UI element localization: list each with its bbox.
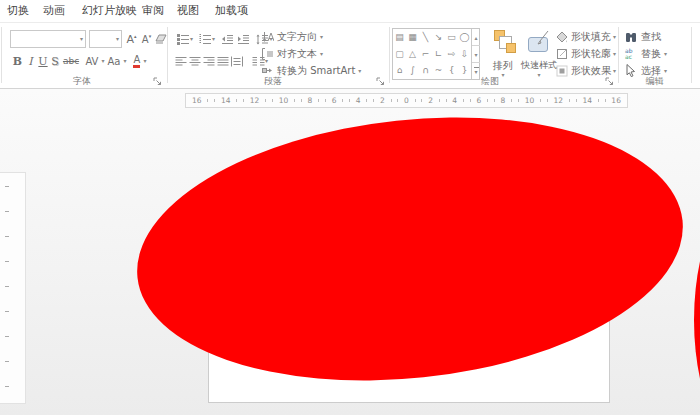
- change-case-button[interactable]: Aa ▾: [106, 52, 128, 70]
- numbering-button[interactable]: ▾: [196, 30, 218, 48]
- ruler-number: 12: [250, 94, 260, 107]
- tab-transitions[interactable]: 切换: [7, 0, 29, 22]
- chevron-down-icon: ▾: [116, 36, 119, 42]
- drawing-dialog-launcher-icon[interactable]: [605, 77, 614, 86]
- ruler-tick: [342, 99, 343, 102]
- underline-button[interactable]: U: [37, 52, 49, 70]
- replace-button[interactable]: ab ac 替换 ▾: [625, 46, 677, 61]
- chevron-down-icon: ▾: [664, 68, 667, 74]
- ruler-tick: [547, 99, 548, 102]
- align-left-button[interactable]: [174, 52, 188, 70]
- tab-view[interactable]: 视图: [177, 0, 199, 22]
- align-right-icon: [203, 56, 215, 67]
- font-name-combo[interactable]: ▾: [10, 30, 86, 48]
- align-justify-button[interactable]: [216, 52, 230, 70]
- gallery-shape[interactable]: ⇨: [445, 46, 458, 62]
- ruler-tick: [214, 99, 215, 102]
- strikethrough-button[interactable]: abc: [61, 52, 81, 70]
- ruler-number: 6: [476, 94, 481, 107]
- align-right-button[interactable]: [202, 52, 216, 70]
- tab-slideshow[interactable]: 幻灯片放映: [82, 0, 137, 22]
- gallery-shape[interactable]: ⌐: [419, 46, 432, 62]
- ruler-tick: [494, 99, 495, 102]
- gallery-shape[interactable]: ⇩: [458, 46, 471, 62]
- chevron-down-icon: ▾: [613, 34, 616, 40]
- chevron-down-icon: ▾: [613, 68, 616, 74]
- workspace: 1614121086420246810121416: [0, 89, 700, 415]
- ruler-number: 12: [554, 94, 564, 107]
- ruler-number: 4: [356, 94, 361, 107]
- indent-increase-icon: [237, 34, 250, 45]
- shape-fill-button[interactable]: 形状填充 ▾: [556, 29, 618, 44]
- shape-outline-button[interactable]: 形状轮廓 ▾: [556, 46, 618, 61]
- tab-addins[interactable]: 加载项: [215, 0, 248, 22]
- align-justify-icon: [217, 56, 229, 67]
- indent-decrease-icon: [221, 34, 234, 45]
- gallery-shape[interactable]: ▢: [393, 46, 406, 62]
- find-button[interactable]: 查找: [625, 29, 669, 44]
- paragraph-dialog-launcher-icon[interactable]: [376, 77, 385, 86]
- tab-review[interactable]: 审阅: [142, 0, 164, 22]
- drawing-group-label: 绘图: [392, 75, 588, 87]
- eraser-icon: [155, 33, 167, 45]
- gallery-shape[interactable]: △: [406, 46, 419, 62]
- gallery-scroll-up-button[interactable]: ▴: [472, 29, 480, 45]
- ruler-tick: [5, 211, 9, 212]
- ribbon-tab-bar: 切换 动画 幻灯片放映 审阅 视图 加载项: [0, 0, 700, 22]
- ruler-number: 10: [279, 94, 289, 107]
- bullets-button[interactable]: ▾: [174, 30, 196, 48]
- ruler-tick: [265, 99, 266, 102]
- font-size-combo[interactable]: ▾: [89, 30, 122, 48]
- shrink-font-button[interactable]: A▾: [139, 30, 154, 48]
- chevron-down-icon: ▾: [320, 51, 323, 57]
- binoculars-icon: [625, 31, 637, 43]
- quick-styles-icon: [526, 30, 552, 54]
- shape-red-ellipse-partial[interactable]: [694, 160, 700, 415]
- clear-formatting-button[interactable]: [154, 31, 168, 47]
- paragraph-group-label: 段落: [168, 75, 378, 87]
- decrease-indent-button[interactable]: [220, 30, 235, 48]
- chevron-down-icon: ▾: [102, 58, 105, 64]
- ruler-tick: [318, 99, 319, 102]
- gallery-shape[interactable]: ▭: [445, 29, 458, 45]
- ruler-tick: [397, 99, 398, 102]
- text-direction-button[interactable]: 文字方向 ▾: [262, 29, 380, 44]
- ruler-number: 16: [611, 94, 621, 107]
- grow-font-button[interactable]: A▴: [124, 30, 139, 48]
- tab-animations[interactable]: 动画: [43, 0, 65, 22]
- align-center-button[interactable]: [188, 52, 202, 70]
- font-group-label: 字体: [8, 75, 156, 87]
- gallery-shape[interactable]: ▦: [406, 29, 419, 45]
- align-text-button[interactable]: 对齐文本 ▾: [262, 46, 380, 61]
- ruler-tick: [446, 99, 447, 102]
- gallery-shape[interactable]: ◯: [458, 29, 471, 45]
- increase-indent-button[interactable]: [236, 30, 251, 48]
- gallery-shape[interactable]: ∟: [432, 46, 445, 62]
- text-shadow-button[interactable]: S: [49, 52, 61, 70]
- gallery-shape[interactable]: ╲: [419, 29, 432, 45]
- ruler-tick: [301, 99, 302, 102]
- ruler-tick: [325, 99, 326, 102]
- chevron-down-icon: ▾: [212, 36, 215, 42]
- ruler-tick: [463, 99, 464, 102]
- ruler-tick: [236, 99, 237, 102]
- align-distribute-button[interactable]: [230, 52, 244, 70]
- group-separator: [1, 27, 2, 83]
- ruler-tick: [576, 99, 577, 102]
- character-spacing-button[interactable]: AV ▾: [83, 52, 107, 70]
- ruler-tick: [207, 99, 208, 102]
- bullet-list-icon: [177, 34, 190, 45]
- bold-button[interactable]: B: [11, 52, 24, 70]
- chevron-down-icon: ▾: [613, 51, 616, 57]
- ruler-number: 8: [501, 94, 506, 107]
- ruler-tick: [5, 286, 9, 287]
- gallery-shape[interactable]: ↘: [432, 29, 445, 45]
- chevron-down-icon: ▾: [358, 68, 361, 74]
- font-color-button[interactable]: A ▾: [129, 52, 151, 70]
- gallery-shape[interactable]: ▤: [393, 29, 406, 45]
- gallery-scroll-down-button[interactable]: ▾: [472, 45, 480, 62]
- font-dialog-launcher-icon[interactable]: [153, 77, 162, 86]
- ruler-number: 16: [192, 94, 202, 107]
- italic-button[interactable]: I: [25, 52, 36, 70]
- ruler-number: 14: [582, 94, 592, 107]
